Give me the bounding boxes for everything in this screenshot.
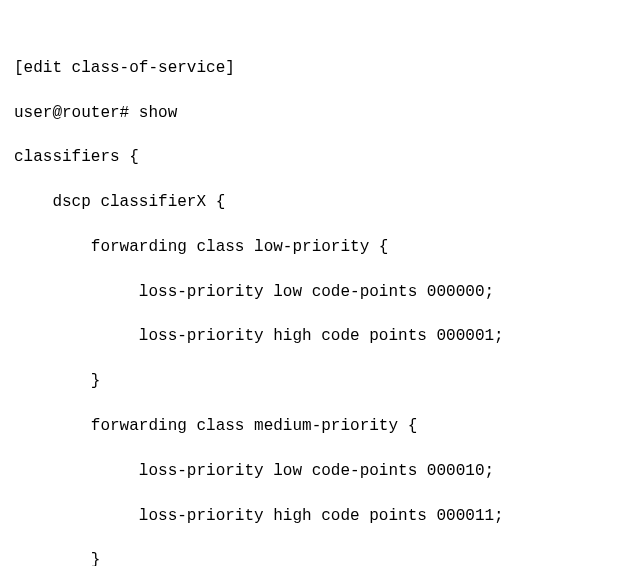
prompt-line: user@router# show [14,102,610,124]
fc-med-line2: loss-priority high code points 000011; [14,505,610,527]
fc-med-open: forwarding class medium-priority { [14,415,610,437]
fc-low-line1: loss-priority low code-points 000000; [14,281,610,303]
fc-med-line1: loss-priority low code-points 000010; [14,460,610,482]
fc-low-close: } [14,370,610,392]
fc-low-open: forwarding class low-priority { [14,236,610,258]
fc-med-close: } [14,549,610,566]
context-line: [edit class-of-service] [14,57,610,79]
fc-low-line2: loss-priority high code points 000001; [14,325,610,347]
dscp-open: dscp classifierX { [14,191,610,213]
classifiers-open: classifiers { [14,146,610,168]
